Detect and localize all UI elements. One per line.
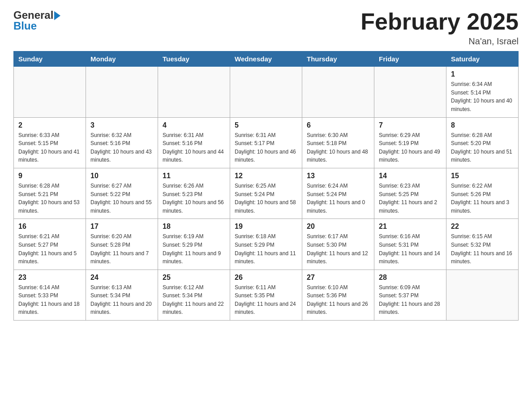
day-number: 18 xyxy=(163,223,225,231)
day-info: Sunrise: 6:24 AMSunset: 5:24 PMDaylight:… xyxy=(307,182,369,215)
calendar-cell: 2Sunrise: 6:33 AMSunset: 5:15 PMDaylight… xyxy=(14,117,86,168)
day-number: 4 xyxy=(163,121,225,129)
day-number: 6 xyxy=(307,121,369,129)
calendar-cell: 28Sunrise: 6:09 AMSunset: 5:37 PMDayligh… xyxy=(374,270,446,320)
calendar-cell: 4Sunrise: 6:31 AMSunset: 5:16 PMDaylight… xyxy=(158,117,230,168)
weekday-header-thursday: Thursday xyxy=(302,51,374,67)
day-number: 26 xyxy=(235,274,297,282)
weekday-header-row: SundayMondayTuesdayWednesdayThursdayFrid… xyxy=(14,51,519,67)
day-number: 2 xyxy=(18,121,81,129)
day-info: Sunrise: 6:28 AMSunset: 5:21 PMDaylight:… xyxy=(18,182,81,215)
day-number: 20 xyxy=(307,223,369,231)
day-info: Sunrise: 6:34 AMSunset: 5:14 PMDaylight:… xyxy=(451,80,514,113)
calendar-cell: 17Sunrise: 6:20 AMSunset: 5:28 PMDayligh… xyxy=(86,219,158,270)
calendar-week-row: 9Sunrise: 6:28 AMSunset: 5:21 PMDaylight… xyxy=(14,168,519,218)
day-number: 11 xyxy=(163,172,225,180)
day-number: 12 xyxy=(235,172,297,180)
day-info: Sunrise: 6:32 AMSunset: 5:16 PMDaylight:… xyxy=(90,131,153,164)
location-text: Na'an, Israel xyxy=(360,36,519,47)
weekday-header-sunday: Sunday xyxy=(14,51,86,67)
calendar-table: SundayMondayTuesdayWednesdayThursdayFrid… xyxy=(13,51,519,321)
calendar-week-row: 23Sunrise: 6:14 AMSunset: 5:33 PMDayligh… xyxy=(14,270,519,320)
day-info: Sunrise: 6:17 AMSunset: 5:30 PMDaylight:… xyxy=(307,232,369,265)
calendar-cell: 5Sunrise: 6:31 AMSunset: 5:17 PMDaylight… xyxy=(230,117,302,168)
calendar-cell: 19Sunrise: 6:18 AMSunset: 5:29 PMDayligh… xyxy=(230,219,302,270)
day-info: Sunrise: 6:09 AMSunset: 5:37 PMDaylight:… xyxy=(379,283,442,317)
calendar-cell: 22Sunrise: 6:15 AMSunset: 5:32 PMDayligh… xyxy=(446,219,519,270)
calendar-cell: 16Sunrise: 6:21 AMSunset: 5:27 PMDayligh… xyxy=(14,219,86,270)
day-info: Sunrise: 6:28 AMSunset: 5:20 PMDaylight:… xyxy=(451,131,514,164)
calendar-cell: 12Sunrise: 6:25 AMSunset: 5:24 PMDayligh… xyxy=(230,168,302,218)
day-number: 21 xyxy=(379,223,442,231)
day-number: 27 xyxy=(307,274,369,282)
calendar-cell: 3Sunrise: 6:32 AMSunset: 5:16 PMDaylight… xyxy=(86,117,158,168)
calendar-cell: 13Sunrise: 6:24 AMSunset: 5:24 PMDayligh… xyxy=(302,168,374,218)
day-info: Sunrise: 6:19 AMSunset: 5:29 PMDaylight:… xyxy=(163,232,225,265)
calendar-cell: 25Sunrise: 6:12 AMSunset: 5:34 PMDayligh… xyxy=(158,270,230,320)
calendar-cell: 18Sunrise: 6:19 AMSunset: 5:29 PMDayligh… xyxy=(158,219,230,270)
day-number: 23 xyxy=(18,274,81,282)
day-number: 16 xyxy=(18,223,81,231)
calendar-cell: 10Sunrise: 6:27 AMSunset: 5:22 PMDayligh… xyxy=(86,168,158,218)
day-number: 5 xyxy=(235,121,297,129)
day-number: 13 xyxy=(307,172,369,180)
day-info: Sunrise: 6:30 AMSunset: 5:18 PMDaylight:… xyxy=(307,131,369,164)
calendar-cell: 11Sunrise: 6:26 AMSunset: 5:23 PMDayligh… xyxy=(158,168,230,218)
day-info: Sunrise: 6:12 AMSunset: 5:34 PMDaylight:… xyxy=(163,283,225,317)
calendar-cell: 24Sunrise: 6:13 AMSunset: 5:34 PMDayligh… xyxy=(86,270,158,320)
calendar-cell: 9Sunrise: 6:28 AMSunset: 5:21 PMDaylight… xyxy=(14,168,86,218)
day-number: 3 xyxy=(90,121,153,129)
day-info: Sunrise: 6:22 AMSunset: 5:26 PMDaylight:… xyxy=(451,182,514,215)
weekday-header-friday: Friday xyxy=(374,51,446,67)
month-title: February 2025 xyxy=(360,9,519,34)
calendar-cell: 6Sunrise: 6:30 AMSunset: 5:18 PMDaylight… xyxy=(302,117,374,168)
calendar-cell: 23Sunrise: 6:14 AMSunset: 5:33 PMDayligh… xyxy=(14,270,86,320)
logo-blue-text: Blue xyxy=(13,20,37,32)
calendar-cell: 7Sunrise: 6:29 AMSunset: 5:19 PMDaylight… xyxy=(374,117,446,168)
day-info: Sunrise: 6:10 AMSunset: 5:36 PMDaylight:… xyxy=(307,283,369,317)
day-number: 25 xyxy=(163,274,225,282)
day-info: Sunrise: 6:27 AMSunset: 5:22 PMDaylight:… xyxy=(90,182,153,215)
calendar-cell: 27Sunrise: 6:10 AMSunset: 5:36 PMDayligh… xyxy=(302,270,374,320)
day-number: 1 xyxy=(451,70,514,78)
day-number: 24 xyxy=(90,274,153,282)
day-number: 15 xyxy=(451,172,514,180)
calendar-week-row: 16Sunrise: 6:21 AMSunset: 5:27 PMDayligh… xyxy=(14,219,519,270)
calendar-cell: 14Sunrise: 6:23 AMSunset: 5:25 PMDayligh… xyxy=(374,168,446,218)
day-number: 14 xyxy=(379,172,442,180)
day-info: Sunrise: 6:33 AMSunset: 5:15 PMDaylight:… xyxy=(18,131,81,164)
day-info: Sunrise: 6:13 AMSunset: 5:34 PMDaylight:… xyxy=(90,283,153,317)
logo: General Blue xyxy=(13,9,60,32)
calendar-cell xyxy=(230,67,302,117)
calendar-cell xyxy=(446,270,519,320)
calendar-cell: 20Sunrise: 6:17 AMSunset: 5:30 PMDayligh… xyxy=(302,219,374,270)
calendar-cell xyxy=(14,67,86,117)
calendar-cell xyxy=(158,67,230,117)
day-info: Sunrise: 6:11 AMSunset: 5:35 PMDaylight:… xyxy=(235,283,297,317)
weekday-header-wednesday: Wednesday xyxy=(230,51,302,67)
day-info: Sunrise: 6:31 AMSunset: 5:16 PMDaylight:… xyxy=(163,131,225,164)
day-number: 10 xyxy=(90,172,153,180)
calendar-week-row: 1Sunrise: 6:34 AMSunset: 5:14 PMDaylight… xyxy=(14,67,519,117)
day-info: Sunrise: 6:31 AMSunset: 5:17 PMDaylight:… xyxy=(235,131,297,164)
day-info: Sunrise: 6:18 AMSunset: 5:29 PMDaylight:… xyxy=(235,232,297,265)
calendar-cell: 15Sunrise: 6:22 AMSunset: 5:26 PMDayligh… xyxy=(446,168,519,218)
calendar-cell xyxy=(374,67,446,117)
day-number: 8 xyxy=(451,121,514,129)
day-info: Sunrise: 6:14 AMSunset: 5:33 PMDaylight:… xyxy=(18,283,81,317)
calendar-cell: 21Sunrise: 6:16 AMSunset: 5:31 PMDayligh… xyxy=(374,219,446,270)
calendar-cell: 8Sunrise: 6:28 AMSunset: 5:20 PMDaylight… xyxy=(446,117,519,168)
day-number: 22 xyxy=(451,223,514,231)
day-info: Sunrise: 6:15 AMSunset: 5:32 PMDaylight:… xyxy=(451,232,514,265)
calendar-cell: 1Sunrise: 6:34 AMSunset: 5:14 PMDaylight… xyxy=(446,67,519,117)
day-info: Sunrise: 6:23 AMSunset: 5:25 PMDaylight:… xyxy=(379,182,442,215)
day-info: Sunrise: 6:21 AMSunset: 5:27 PMDaylight:… xyxy=(18,232,81,265)
day-number: 17 xyxy=(90,223,153,231)
calendar-cell xyxy=(86,67,158,117)
weekday-header-tuesday: Tuesday xyxy=(158,51,230,67)
day-number: 7 xyxy=(379,121,442,129)
page-header: General Blue February 2025 Na'an, Israel xyxy=(13,9,519,47)
day-info: Sunrise: 6:16 AMSunset: 5:31 PMDaylight:… xyxy=(379,232,442,265)
day-number: 19 xyxy=(235,223,297,231)
weekday-header-monday: Monday xyxy=(86,51,158,67)
